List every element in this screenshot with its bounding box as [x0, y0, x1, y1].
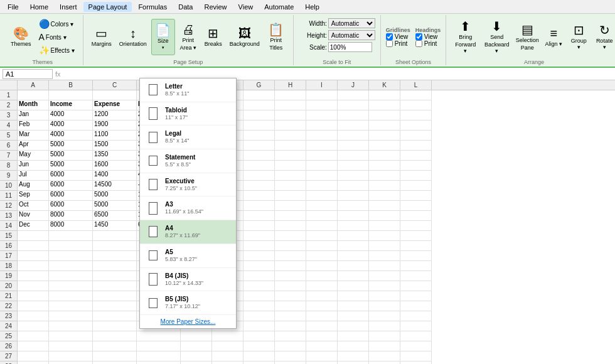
grid-cell[interactable]: [400, 301, 432, 311]
grid-cell[interactable]: [243, 281, 275, 291]
menu-view[interactable]: View: [233, 2, 259, 12]
grid-cell[interactable]: [400, 90, 432, 100]
size-item-a4[interactable]: A48.27" x 11.69": [140, 220, 236, 244]
grid-cell[interactable]: [18, 321, 49, 331]
grid-cell[interactable]: 5000: [93, 201, 137, 211]
grid-cell[interactable]: [400, 131, 432, 141]
grid-cell[interactable]: [212, 351, 243, 361]
send-backward-button[interactable]: ⬇ Send Backward ▾: [481, 18, 513, 56]
menu-review[interactable]: Review: [199, 2, 232, 12]
height-select[interactable]: Automatic: [328, 30, 375, 40]
grid-cell[interactable]: [369, 251, 400, 261]
grid-cell[interactable]: 5000: [49, 161, 93, 171]
grid-cell[interactable]: [306, 271, 338, 281]
grid-cell[interactable]: [400, 221, 432, 231]
grid-cell[interactable]: [369, 221, 400, 231]
grid-cell[interactable]: [243, 211, 275, 221]
grid-cell[interactable]: [306, 351, 338, 361]
menu-insert[interactable]: Insert: [55, 2, 82, 12]
grid-cell[interactable]: [93, 90, 137, 100]
grid-cell[interactable]: [275, 231, 306, 241]
grid-cell[interactable]: [338, 141, 369, 151]
grid-cell[interactable]: 1450: [93, 221, 137, 231]
gridlines-view-checkbox[interactable]: [386, 33, 393, 40]
grid-cell[interactable]: [400, 271, 432, 281]
grid-cell[interactable]: [400, 281, 432, 291]
size-button[interactable]: 📄 Size ▾: [151, 19, 175, 55]
grid-cell[interactable]: [400, 191, 432, 201]
grid-cell[interactable]: [400, 201, 432, 211]
grid-cell[interactable]: 5000: [49, 151, 93, 161]
grid-cell[interactable]: [49, 271, 93, 281]
grid-cell[interactable]: [275, 211, 306, 221]
headings-print-checkbox[interactable]: [415, 40, 422, 47]
group-button[interactable]: ⊡ Group ▾: [567, 19, 591, 55]
breaks-button[interactable]: ⊞ Breaks: [201, 19, 225, 55]
margins-button[interactable]: ▭ Margins: [88, 19, 115, 55]
grid-cell[interactable]: [306, 331, 338, 341]
grid-cell[interactable]: [137, 351, 181, 361]
scale-input[interactable]: [328, 42, 372, 52]
print-area-button[interactable]: 🖨 Print Area ▾: [176, 19, 200, 55]
grid-cell[interactable]: [18, 311, 49, 321]
grid-cell[interactable]: [306, 341, 338, 351]
grid-cell[interactable]: [243, 120, 275, 131]
grid-cell[interactable]: [338, 161, 369, 171]
grid-cell[interactable]: [306, 321, 338, 331]
grid-cell[interactable]: [18, 90, 49, 100]
grid-cell[interactable]: [369, 110, 400, 120]
grid-cell[interactable]: [49, 311, 93, 321]
grid-cell[interactable]: [243, 341, 275, 351]
bring-forward-button[interactable]: ⬆ Bring Forward ▾: [451, 18, 479, 56]
grid-cell[interactable]: [369, 90, 400, 100]
formula-input[interactable]: [63, 70, 612, 78]
grid-cell[interactable]: [49, 261, 93, 271]
menu-file[interactable]: File: [3, 2, 24, 12]
grid-cell[interactable]: [243, 261, 275, 271]
grid-cell[interactable]: [243, 141, 275, 151]
grid-cell[interactable]: [93, 281, 137, 291]
menu-help[interactable]: Help: [300, 2, 324, 12]
menu-home[interactable]: Home: [25, 2, 53, 12]
grid-cell[interactable]: 1200: [93, 110, 137, 120]
grid-cell[interactable]: [181, 341, 212, 351]
grid-cell[interactable]: [243, 321, 275, 331]
grid-cell[interactable]: [306, 231, 338, 241]
grid-cell[interactable]: Jan: [18, 110, 49, 120]
grid-cell[interactable]: 6000: [49, 171, 93, 181]
grid-cell[interactable]: [400, 211, 432, 221]
grid-cell[interactable]: Oct: [18, 201, 49, 211]
grid-cell[interactable]: [400, 110, 432, 120]
grid-cell[interactable]: [243, 171, 275, 181]
grid-cell[interactable]: [212, 361, 243, 364]
grid-cell[interactable]: Nov: [18, 211, 49, 221]
size-item-letter[interactable]: Letter8.5" x 11": [140, 78, 236, 102]
grid-cell[interactable]: [338, 201, 369, 211]
grid-cell[interactable]: [93, 311, 137, 321]
grid-cell[interactable]: [18, 271, 49, 281]
grid-cell[interactable]: Month: [18, 100, 49, 110]
grid-cell[interactable]: [18, 301, 49, 311]
grid-cell[interactable]: [369, 131, 400, 141]
grid-cell[interactable]: [243, 361, 275, 364]
grid-cell[interactable]: [243, 351, 275, 361]
grid-cell[interactable]: [400, 151, 432, 161]
grid-cell[interactable]: [93, 241, 137, 251]
grid-cell[interactable]: [93, 341, 137, 351]
grid-cell[interactable]: 6500: [93, 211, 137, 221]
name-box[interactable]: [3, 69, 53, 79]
grid-cell[interactable]: [243, 331, 275, 341]
print-titles-button[interactable]: 📋 Print Titles: [264, 19, 288, 55]
grid-cell[interactable]: 6000: [49, 181, 93, 191]
more-paper-sizes-link[interactable]: More Paper Sizes...: [140, 315, 236, 328]
grid-cell[interactable]: [243, 90, 275, 100]
grid-cell[interactable]: [306, 251, 338, 261]
grid-cell[interactable]: [49, 351, 93, 361]
size-item-a3[interactable]: A311.69" x 16.54": [140, 196, 236, 220]
grid-cell[interactable]: [243, 221, 275, 231]
grid-cell[interactable]: [400, 341, 432, 351]
grid-cell[interactable]: [369, 211, 400, 221]
effects-button[interactable]: ✨ Effects ▾: [36, 44, 78, 56]
grid-cell[interactable]: [49, 231, 93, 241]
grid-cell[interactable]: [369, 120, 400, 131]
